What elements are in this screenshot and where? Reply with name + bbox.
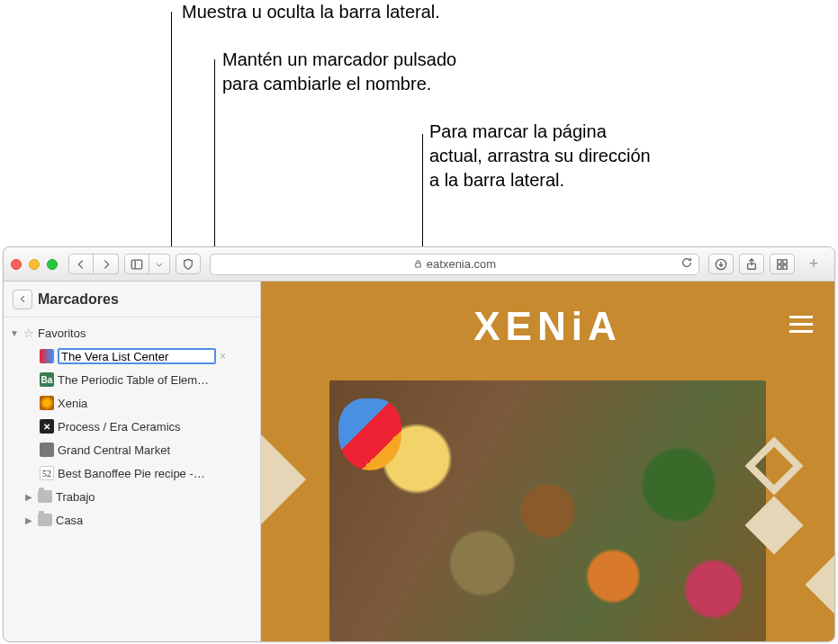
bookmark-label: The Periodic Table of Elem… xyxy=(58,373,260,387)
disclosure-triangle-icon[interactable]: ▼ xyxy=(9,328,20,338)
webpage-content: XENiA xyxy=(261,282,834,641)
chevron-down-icon xyxy=(155,260,164,269)
forward-button[interactable] xyxy=(94,254,119,274)
bookmark-label: Xenia xyxy=(58,397,260,410)
bookmark-item-vera[interactable]: × xyxy=(4,344,260,368)
svg-rect-7 xyxy=(778,264,781,268)
grid-icon xyxy=(776,258,788,271)
folder-casa[interactable]: ▶ Casa xyxy=(4,508,260,532)
favorites-folder[interactable]: ▼ ☆ Favoritos xyxy=(4,321,260,344)
favicon: Ba xyxy=(40,372,54,387)
bookmark-item-banoffee[interactable]: 52 Best Banoffee Pie recipe -… xyxy=(4,461,260,485)
bookmarks-sidebar: Marcadores ▼ ☆ Favoritos × Ba The xyxy=(4,282,261,641)
download-icon xyxy=(715,258,727,271)
chevron-right-icon xyxy=(100,258,113,271)
disclosure-triangle-icon[interactable]: ▶ xyxy=(23,515,34,525)
sidebar-icon xyxy=(131,258,143,271)
sidebar-title: Marcadores xyxy=(38,291,119,308)
decorative-image xyxy=(338,398,401,470)
site-logo: XENiA xyxy=(473,304,621,349)
lock-icon xyxy=(413,259,423,269)
back-button[interactable] xyxy=(68,254,94,274)
plus-icon: + xyxy=(809,255,819,273)
downloads-button[interactable] xyxy=(708,254,734,274)
window-controls xyxy=(11,259,58,270)
favicon: 52 xyxy=(40,466,54,480)
favicon xyxy=(40,443,54,457)
callout-line xyxy=(422,134,423,253)
folder-icon xyxy=(38,490,52,503)
svg-rect-8 xyxy=(783,264,787,268)
toolbar: eatxenia.com + xyxy=(4,247,834,282)
callout-drag-url: Para marcar la páginaactual, arrastra su… xyxy=(429,120,651,192)
new-tab-button[interactable]: + xyxy=(800,255,827,273)
folder-label: Casa xyxy=(56,514,260,527)
chevron-left-icon xyxy=(75,258,87,271)
decorative-shape xyxy=(261,434,306,524)
share-icon xyxy=(745,258,758,271)
sidebar-back-button[interactable] xyxy=(13,290,32,309)
tab-overview-button[interactable] xyxy=(770,254,795,274)
bookmark-rename-input[interactable] xyxy=(61,350,212,363)
safari-window: eatxenia.com + Marcadores xyxy=(3,246,835,642)
folder-label: Trabajo xyxy=(56,490,260,504)
bookmark-label: Best Banoffee Pie recipe -… xyxy=(58,467,260,480)
privacy-report-button[interactable] xyxy=(176,254,201,274)
favorites-label: Favoritos xyxy=(38,326,260,340)
bookmark-item-process[interactable]: ✕ Process / Era Ceramics xyxy=(4,415,260,438)
bookmark-label: Grand Central Market xyxy=(58,443,260,457)
folder-trabajo[interactable]: ▶ Trabajo xyxy=(4,485,260,508)
url-text: eatxenia.com xyxy=(427,257,496,271)
sidebar-toggle-button[interactable] xyxy=(124,254,149,274)
favicon xyxy=(40,349,54,363)
hamburger-icon xyxy=(789,316,813,318)
decorative-shape xyxy=(805,555,834,613)
sidebar-menu-button[interactable] xyxy=(149,254,170,274)
bookmark-item-gcm[interactable]: Grand Central Market xyxy=(4,438,260,461)
folder-icon xyxy=(38,514,52,526)
close-window-button[interactable] xyxy=(11,259,22,270)
star-icon: ☆ xyxy=(23,326,34,340)
bookmark-label: Process / Era Ceramics xyxy=(58,420,260,434)
disclosure-triangle-icon[interactable]: ▶ xyxy=(23,492,34,502)
site-menu-button[interactable] xyxy=(789,316,813,333)
callout-sidebar-toggle: Muestra u oculta la barra lateral. xyxy=(182,0,440,24)
reload-icon xyxy=(680,256,693,269)
shield-icon xyxy=(182,258,194,271)
svg-rect-5 xyxy=(778,259,781,263)
callout-rename-bookmark: Mantén un marcador pulsadopara cambiarle… xyxy=(222,48,456,96)
callout-line xyxy=(171,12,172,253)
bookmark-rename-field[interactable] xyxy=(58,348,216,364)
share-button[interactable] xyxy=(739,254,764,274)
svg-rect-2 xyxy=(416,264,421,267)
bookmark-item-periodic[interactable]: Ba The Periodic Table of Elem… xyxy=(4,368,260,391)
svg-rect-6 xyxy=(783,259,787,263)
favicon: ✕ xyxy=(40,419,54,434)
svg-rect-0 xyxy=(131,260,141,269)
bookmark-item-xenia[interactable]: Xenia xyxy=(4,391,260,415)
chevron-left-icon xyxy=(18,294,28,304)
minimize-window-button[interactable] xyxy=(29,259,40,270)
clear-text-button[interactable]: × xyxy=(220,350,226,362)
reload-button[interactable] xyxy=(680,256,693,272)
fullscreen-window-button[interactable] xyxy=(47,259,58,270)
favicon xyxy=(40,396,54,410)
address-bar[interactable]: eatxenia.com xyxy=(210,254,699,275)
